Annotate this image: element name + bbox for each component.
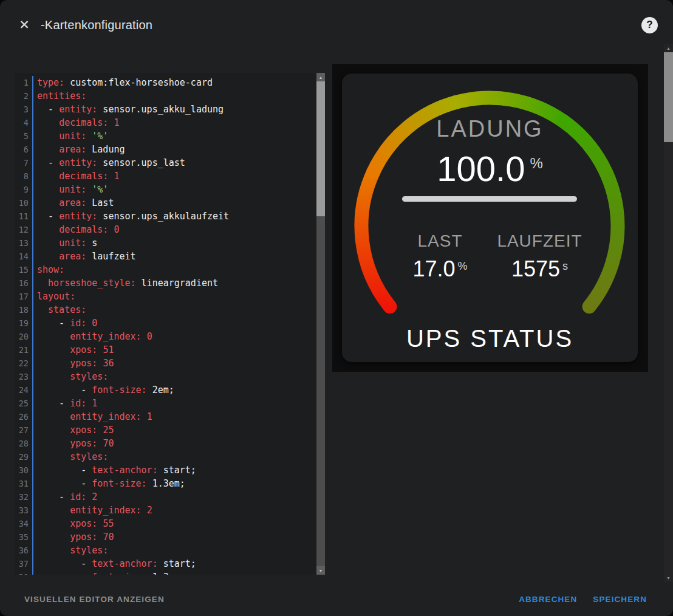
line-number: 4 <box>15 116 33 129</box>
dialog-scrollbar-thumb[interactable] <box>664 52 673 142</box>
line-number: 24 <box>15 383 33 397</box>
code-line: 20 entity_index: 0 <box>15 330 316 343</box>
code-line: 27 xpos: 25 <box>15 423 316 437</box>
scroll-up-icon[interactable]: ▲ <box>664 44 673 52</box>
code-lines: 1type: custom:flex-horseshoe-card2entiti… <box>15 73 316 575</box>
code-line: 23 styles: <box>15 370 316 383</box>
code-line: 30 - text-anchor: start; <box>15 464 316 477</box>
line-number: 2 <box>15 89 33 103</box>
code-line: 2entities: <box>15 89 316 103</box>
dialog-header: ✕ -Kartenkonfiguration ? <box>0 0 673 50</box>
code-text: ypos: 70 <box>37 437 114 450</box>
show-visual-editor-button[interactable]: VISUELLEN EDITOR ANZEIGEN <box>24 595 165 604</box>
code-text: entity_index: 0 <box>37 330 152 343</box>
line-number: 33 <box>15 504 33 517</box>
line-number: 12 <box>15 223 33 236</box>
line-number: 30 <box>15 464 33 477</box>
code-line: 22 ypos: 36 <box>15 357 316 370</box>
code-line: 28 ypos: 70 <box>15 437 316 450</box>
code-text: - id: 1 <box>37 397 97 410</box>
dialog-scrollbar[interactable]: ▲ ▼ <box>664 44 673 582</box>
card-config-dialog: ✕ -Kartenkonfiguration ? 1type: custom:f… <box>0 0 673 616</box>
code-line: 36 styles: <box>15 544 316 557</box>
code-text: area: Ladung <box>37 143 125 156</box>
save-button[interactable]: SPEICHERN <box>593 595 647 604</box>
stat-label: LAST <box>395 231 486 251</box>
code-line: 1type: custom:flex-horseshoe-card <box>15 76 316 89</box>
code-line: 5 unit: '%' <box>15 129 316 143</box>
code-text: ypos: 70 <box>37 530 114 544</box>
line-number: 34 <box>15 517 33 530</box>
dialog-title: -Kartenkonfiguration <box>41 18 641 32</box>
stat-last: LAST 17.0% <box>395 231 486 282</box>
code-line: 38 - font-size: 1.3em; <box>15 570 316 575</box>
code-line: 33 entity_index: 2 <box>15 504 316 517</box>
dialog-actions: ABBRECHEN SPEICHERN <box>519 595 647 604</box>
editor-scrollbar-thumb[interactable] <box>316 81 325 216</box>
scroll-up-icon[interactable]: ▲ <box>316 73 325 81</box>
code-text: - font-size: 1.3em; <box>37 570 185 575</box>
code-text: xpos: 25 <box>37 423 114 437</box>
code-line: 10 area: Last <box>15 196 316 210</box>
code-text: - entity: sensor.ups_last <box>37 156 185 169</box>
code-text: - font-size: 1.3em; <box>37 477 185 490</box>
code-text: styles: <box>37 450 108 464</box>
line-number: 27 <box>15 423 33 437</box>
line-number: 31 <box>15 477 33 490</box>
code-text: - id: 2 <box>37 490 97 504</box>
dialog-scrollbar-track[interactable] <box>664 52 673 573</box>
line-number: 20 <box>15 330 33 343</box>
stat-unit: s <box>562 260 568 272</box>
code-line: 6 area: Ladung <box>15 143 316 156</box>
code-line: 25 - id: 1 <box>15 397 316 410</box>
help-icon[interactable]: ? <box>641 17 658 33</box>
gauge-main-value: 100.0 <box>437 149 525 189</box>
line-number: 16 <box>15 276 33 290</box>
scroll-down-icon[interactable]: ▼ <box>316 566 325 575</box>
editor-scrollbar-track[interactable] <box>316 81 325 566</box>
code-line: 14 area: laufzeit <box>15 250 316 263</box>
line-number: 21 <box>15 343 33 357</box>
code-text: - entity: sensor.ups_akku_ladung <box>37 103 224 116</box>
code-text: xpos: 55 <box>37 517 114 530</box>
stat-value: 17.0% <box>395 256 486 282</box>
editor-scrollbar[interactable]: ▲ ▼ <box>316 73 325 575</box>
secondary-stats: LAST 17.0% LAUFZEIT 1575s <box>342 231 638 282</box>
code-text: unit: s <box>37 236 97 250</box>
line-number: 10 <box>15 196 33 210</box>
stat-label: LAUFZEIT <box>494 231 586 251</box>
line-number: 28 <box>15 437 33 450</box>
dialog-footer: VISUELLEN EDITOR ANZEIGEN ABBRECHEN SPEI… <box>0 582 664 616</box>
line-number: 6 <box>15 143 33 156</box>
code-line: 34 xpos: 55 <box>15 517 316 530</box>
line-number: 18 <box>15 303 33 317</box>
stat-unit: % <box>458 260 468 272</box>
stat-number: 17.0 <box>412 256 455 281</box>
yaml-editor[interactable]: 1type: custom:flex-horseshoe-card2entiti… <box>15 73 325 575</box>
line-number: 11 <box>15 210 33 223</box>
code-text: show: <box>37 263 64 276</box>
line-number: 22 <box>15 357 33 370</box>
card-title: UPS STATUS <box>342 325 638 352</box>
code-text: entities: <box>37 89 86 103</box>
line-number: 35 <box>15 530 33 544</box>
line-number: 14 <box>15 250 33 263</box>
code-line: 32 - id: 2 <box>15 490 316 504</box>
code-line: 19 - id: 0 <box>15 317 316 330</box>
code-line: 21 xpos: 51 <box>15 343 316 357</box>
cancel-button[interactable]: ABBRECHEN <box>519 595 577 604</box>
close-icon[interactable]: ✕ <box>16 16 33 33</box>
line-number: 8 <box>15 169 33 183</box>
line-number: 26 <box>15 410 33 423</box>
gauge-main-unit: % <box>530 155 542 172</box>
code-line: 16 horseshoe_style: lineargradient <box>15 276 316 290</box>
code-line: 13 unit: s <box>15 236 316 250</box>
code-text: - entity: sensor.ups_akkulaufzeit <box>37 210 229 223</box>
scroll-down-icon[interactable]: ▼ <box>664 573 673 582</box>
code-line: 31 - font-size: 1.3em; <box>15 477 316 490</box>
line-number: 15 <box>15 263 33 276</box>
line-number: 5 <box>15 129 33 143</box>
code-line: 18 states: <box>15 303 316 317</box>
line-number: 29 <box>15 450 33 464</box>
code-line: 12 decimals: 0 <box>15 223 316 236</box>
